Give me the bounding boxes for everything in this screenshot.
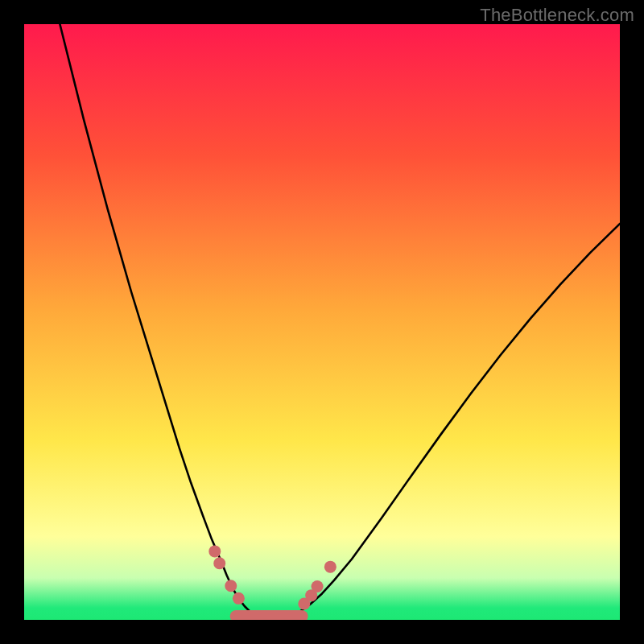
bottom-dot-bar bbox=[230, 610, 308, 620]
watermark-text: TheBottleneck.com bbox=[480, 5, 634, 26]
bottleneck-curve bbox=[60, 24, 620, 619]
chart-overlay bbox=[24, 24, 620, 620]
data-dot bbox=[233, 592, 245, 605]
plot-area bbox=[24, 24, 620, 620]
data-dot bbox=[225, 580, 237, 592]
v-curve bbox=[60, 24, 620, 619]
data-dots bbox=[208, 545, 336, 620]
data-dot bbox=[213, 557, 225, 569]
outer-frame: TheBottleneck.com bbox=[0, 0, 644, 644]
data-dot bbox=[324, 561, 336, 573]
data-dot bbox=[208, 545, 221, 557]
data-dot bbox=[312, 580, 324, 592]
